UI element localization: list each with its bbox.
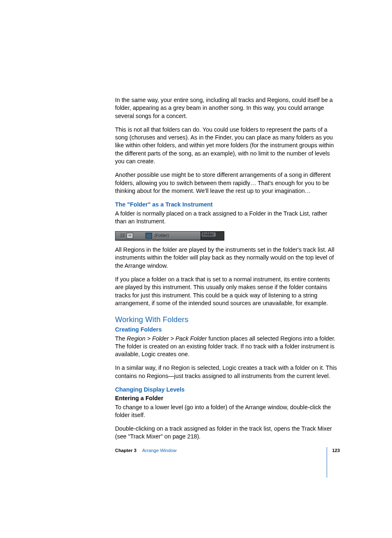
track-header: 13 M (Folder) bbox=[115, 231, 201, 240]
menu-path-italic: Region > Folder > Pack Folder bbox=[127, 335, 207, 342]
heading-folder-as-track-instrument: The "Folder" as a Track Instrument bbox=[115, 201, 340, 209]
body-paragraph: Another possible use might be to store d… bbox=[115, 171, 340, 195]
body-paragraph: A folder is normally placed on a track a… bbox=[115, 210, 340, 226]
heading-creating-folders: Creating Folders bbox=[115, 326, 340, 334]
page: In the same way, your entire song, inclu… bbox=[0, 0, 392, 538]
mute-icon: M bbox=[127, 233, 133, 239]
body-paragraph: To change to a lower level (go into a fo… bbox=[115, 404, 340, 420]
subheading-entering-a-folder: Entering a Folder bbox=[115, 394, 340, 402]
body-paragraph: This is not all that folders can do. You… bbox=[115, 126, 340, 165]
footer-chapter-name: Arrange Window bbox=[142, 448, 177, 454]
track-number: 13 bbox=[115, 233, 126, 239]
content-column: In the same way, your entire song, inclu… bbox=[115, 96, 340, 447]
text-run: The bbox=[115, 335, 127, 342]
heading-changing-display-levels: Changing Display Levels bbox=[115, 386, 340, 394]
heading-working-with-folders: Working With Folders bbox=[115, 315, 340, 325]
folder-track-icon bbox=[145, 233, 152, 239]
footer-chapter-label: Chapter 3 bbox=[115, 448, 136, 454]
folder-region: Folder bbox=[201, 232, 216, 237]
footer-page-number: 123 bbox=[332, 448, 340, 454]
footer-divider bbox=[327, 447, 327, 478]
track-divider bbox=[115, 240, 224, 241]
body-paragraph: In the same way, your entire song, inclu… bbox=[115, 96, 340, 120]
body-paragraph: The Region > Folder > Pack Folder functi… bbox=[115, 335, 340, 359]
body-paragraph: In a similar way, if no Region is select… bbox=[115, 364, 340, 380]
body-paragraph: If you place a folder on a track that is… bbox=[115, 276, 340, 307]
body-paragraph: All Regions in the folder are played by … bbox=[115, 246, 340, 270]
page-footer: Chapter 3 Arrange Window 123 bbox=[115, 436, 340, 466]
track-label: (Folder) bbox=[154, 233, 169, 239]
track-row-figure: 13 M (Folder) Folder bbox=[115, 231, 224, 240]
